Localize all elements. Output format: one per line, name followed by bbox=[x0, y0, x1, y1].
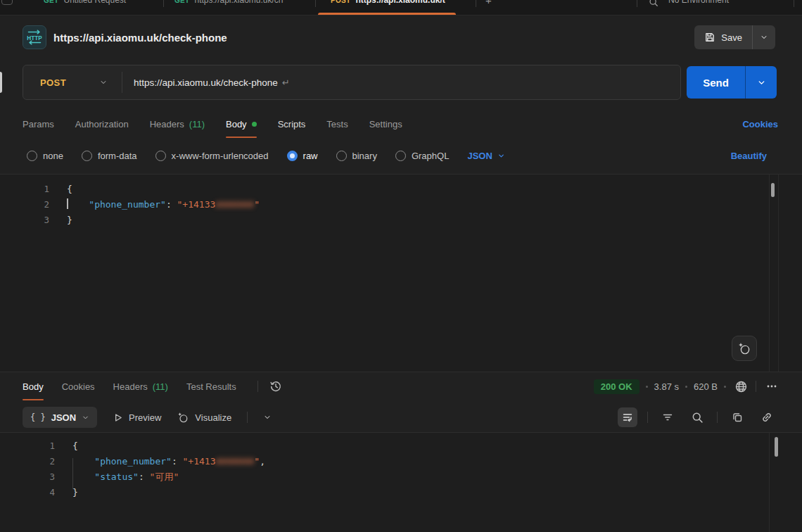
request-tab-authorization[interactable]: Authorization bbox=[75, 110, 129, 138]
divider bbox=[717, 412, 718, 423]
response-tab-test-results[interactable]: Test Results bbox=[186, 372, 236, 400]
response-format-selector[interactable]: { } JSON bbox=[23, 407, 97, 428]
save-options-button[interactable] bbox=[753, 25, 775, 49]
postbot-button[interactable] bbox=[732, 336, 757, 361]
request-tab-settings[interactable]: Settings bbox=[369, 110, 402, 138]
url-input[interactable]: https://api.xiaomu.uk/check-phone↵ bbox=[134, 77, 290, 88]
send-button[interactable]: Send bbox=[687, 66, 745, 99]
method-selector[interactable]: POST bbox=[23, 77, 122, 88]
request-tab-body[interactable]: Body bbox=[226, 110, 257, 138]
tab-label: Settings bbox=[369, 119, 402, 129]
copy-button[interactable] bbox=[727, 407, 747, 427]
link-button[interactable] bbox=[757, 407, 777, 427]
tab-divider bbox=[163, 0, 164, 7]
response-time[interactable]: 3.87 s bbox=[654, 381, 679, 392]
request-tab-tests[interactable]: Tests bbox=[326, 110, 348, 138]
workspace-tab[interactable]: GETUntitled Request bbox=[44, 0, 126, 5]
request-header: HTTP https://api.xiaomu.uk/check-phone S… bbox=[0, 15, 802, 59]
response-tabs: BodyCookiesHeaders(11)Test Results bbox=[23, 372, 284, 400]
code-segment: : bbox=[172, 456, 183, 467]
language-selector[interactable]: JSON bbox=[467, 151, 504, 161]
redacted-value: ####### bbox=[216, 456, 255, 467]
cookies-link[interactable]: Cookies bbox=[742, 110, 778, 138]
code-segment: "+1413 bbox=[183, 456, 216, 467]
body-mode-none[interactable]: none bbox=[27, 151, 63, 161]
radio-button[interactable] bbox=[287, 151, 298, 161]
unsaved-dot bbox=[252, 122, 257, 127]
body-mode-binary[interactable]: binary bbox=[336, 151, 377, 161]
workspace-tab[interactable]: GEThttps://api.xiaomu.uk/ch bbox=[174, 0, 284, 5]
line-number: 1 bbox=[0, 182, 49, 197]
radio-label: x-www-form-urlencoded bbox=[172, 151, 269, 161]
divider bbox=[122, 72, 122, 93]
response-history-icon[interactable] bbox=[268, 376, 284, 396]
radio-button[interactable] bbox=[336, 151, 347, 161]
radio-button[interactable] bbox=[155, 151, 166, 161]
code-content: "phone_number": "+1413#######", bbox=[72, 454, 265, 469]
request-tab-params[interactable]: Params bbox=[23, 110, 54, 138]
tab-label: Params bbox=[23, 119, 54, 129]
tab-method-label: GET bbox=[174, 0, 189, 4]
environment-search-icon[interactable] bbox=[649, 0, 658, 7]
workspace-tab[interactable]: POSThttps://api.xiaomu.uk/t bbox=[331, 0, 445, 5]
visualize-button[interactable]: Visualize bbox=[177, 411, 231, 424]
visualize-label: Visualize bbox=[195, 412, 231, 423]
more-actions-button[interactable] bbox=[763, 376, 781, 396]
beautify-link[interactable]: Beautify bbox=[731, 142, 767, 169]
tab-label: Headers bbox=[150, 119, 184, 129]
braces-icon: { } bbox=[30, 412, 46, 422]
response-header: BodyCookiesHeaders(11)Test Results 200 O… bbox=[0, 372, 802, 403]
request-body-editor[interactable]: 1{2 "phone_number": "+14133#######"3} bbox=[0, 174, 802, 372]
code-content: { bbox=[67, 182, 72, 197]
editor-scrollbar[interactable] bbox=[771, 183, 775, 197]
radio-button[interactable] bbox=[395, 151, 406, 161]
request-tab-scripts[interactable]: Scripts bbox=[278, 110, 306, 138]
active-tab-underline bbox=[318, 13, 456, 15]
preview-button[interactable]: Preview bbox=[113, 412, 161, 423]
request-tab-headers[interactable]: Headers(11) bbox=[150, 110, 205, 138]
dot-separator bbox=[724, 386, 726, 388]
body-mode-GraphQL[interactable]: GraphQL bbox=[395, 151, 449, 161]
code-segment bbox=[67, 199, 89, 210]
request-tabs: ParamsAuthorizationHeaders(11)BodyScript… bbox=[23, 110, 402, 138]
response-tab-body[interactable]: Body bbox=[23, 372, 44, 400]
save-button[interactable]: Save bbox=[694, 25, 752, 49]
radio-label: binary bbox=[352, 151, 377, 161]
line-number: 1 bbox=[0, 438, 55, 454]
body-mode-x-www-form-urlencoded[interactable]: x-www-form-urlencoded bbox=[155, 151, 269, 161]
code-line: 3 "status": "可用" bbox=[0, 469, 802, 485]
radio-button[interactable] bbox=[27, 151, 37, 161]
response-tab-cookies[interactable]: Cookies bbox=[62, 372, 95, 400]
status-badge[interactable]: 200 OK bbox=[594, 379, 639, 394]
indent-guide bbox=[72, 458, 73, 489]
wrap-text-button[interactable] bbox=[618, 407, 637, 427]
radio-button[interactable] bbox=[82, 151, 92, 161]
send-options-button[interactable] bbox=[746, 66, 777, 99]
line-number: 3 bbox=[0, 213, 49, 228]
toolbar-chevron-icon[interactable] bbox=[263, 413, 272, 422]
network-globe-icon[interactable] bbox=[732, 376, 749, 396]
filter-button[interactable] bbox=[658, 407, 677, 427]
tab-label: Body bbox=[226, 119, 247, 129]
body-mode-raw[interactable]: raw bbox=[287, 151, 318, 161]
code-segment: { bbox=[67, 184, 72, 194]
active-tab-underline bbox=[23, 399, 44, 401]
response-body-editor[interactable]: 1{2 "phone_number": "+1413#######",3 "st… bbox=[0, 432, 802, 532]
code-segment: "phone_number" bbox=[89, 199, 166, 210]
code-segment: "+14133 bbox=[177, 199, 216, 210]
editor-gutter bbox=[769, 433, 770, 532]
tab-label: Cookies bbox=[62, 381, 95, 392]
environment-selector[interactable]: No Environment bbox=[668, 0, 729, 5]
code-segment: " bbox=[254, 456, 260, 467]
response-size[interactable]: 620 B bbox=[694, 381, 718, 392]
search-button[interactable] bbox=[687, 407, 707, 427]
preview-label: Preview bbox=[129, 412, 161, 423]
code-segment: "可用" bbox=[150, 471, 179, 482]
body-mode-form-data[interactable]: form-data bbox=[82, 151, 137, 161]
response-tab-headers[interactable]: Headers(11) bbox=[113, 372, 168, 400]
new-tab-button[interactable]: + bbox=[485, 0, 492, 6]
code-segment: : bbox=[139, 471, 150, 482]
tab-title: https://api.xiaomu.uk/t bbox=[355, 0, 445, 5]
editor-scrollbar[interactable] bbox=[775, 437, 778, 457]
code-segment: , bbox=[260, 456, 265, 467]
